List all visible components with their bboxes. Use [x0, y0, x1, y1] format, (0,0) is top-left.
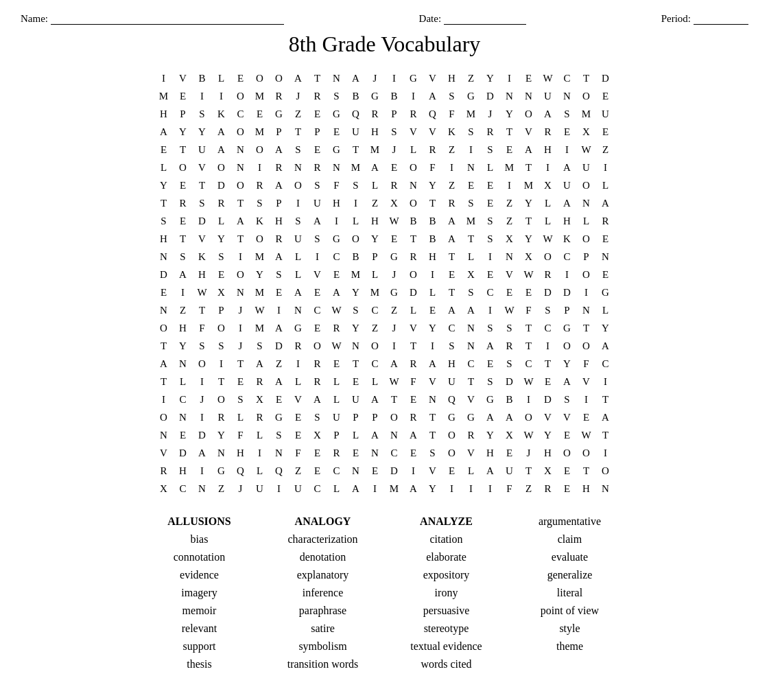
grid-cell: A [327, 283, 346, 301]
grid-cell: S [308, 408, 327, 426]
grid-cell: C [539, 319, 558, 337]
grid-cell: Y [366, 230, 385, 248]
period-underline [694, 12, 748, 25]
grid-cell: O [250, 69, 270, 87]
grid-cell: D [596, 69, 615, 87]
grid-cell: H [577, 480, 596, 498]
grid-cell: L [366, 266, 385, 283]
grid-cell: S [250, 194, 270, 212]
grid-cell: X [500, 230, 519, 248]
grid-cell: M [154, 87, 174, 105]
grid-cell: T [346, 355, 366, 373]
grid-cell: I [500, 69, 519, 87]
grid-cell: U [193, 141, 212, 159]
grid-cell: O [404, 159, 423, 176]
grid-cell: U [346, 123, 366, 141]
grid-cell: D [154, 266, 174, 283]
grid-row: EIWXNMEAEAYMGDLTSCEEDDIG [154, 283, 615, 301]
grid-cell: S [270, 266, 289, 283]
grid-cell: H [442, 355, 462, 373]
grid-cell: X [385, 194, 404, 212]
grid-cell: N [193, 480, 212, 498]
grid-cell: E [539, 373, 558, 390]
grid-cell: G [596, 283, 615, 301]
grid-cell: E [174, 212, 193, 230]
word-list-item: bias [138, 532, 261, 547]
grid-cell: E [577, 408, 596, 426]
grid-cell: L [539, 212, 558, 230]
grid-cell: V [289, 390, 308, 408]
grid-cell: Z [289, 462, 308, 480]
grid-cell: E [558, 123, 577, 141]
date-underline [444, 12, 526, 25]
grid-cell: O [404, 194, 423, 212]
grid-cell: O [577, 176, 596, 194]
grid-cell: O [154, 319, 174, 337]
grid-cell: E [308, 141, 327, 159]
word-list-item: citation [385, 532, 508, 547]
grid-cell: S [481, 230, 500, 248]
word-list-item: theme [508, 639, 632, 654]
grid-cell: X [577, 123, 596, 141]
word-list-item: expository [385, 568, 508, 583]
grid-cell: C [481, 283, 500, 301]
grid-cell: T [519, 159, 539, 176]
grid-cell: S [481, 319, 500, 337]
grid-cell: G [385, 248, 404, 266]
grid-cell: M [519, 176, 539, 194]
grid-cell: X [308, 426, 327, 444]
grid-cell: N [596, 480, 615, 498]
grid-cell: X [519, 248, 539, 266]
grid-cell: R [385, 176, 404, 194]
grid-cell: A [270, 248, 289, 266]
grid-cell: J [519, 444, 539, 462]
grid-cell: L [462, 462, 481, 480]
grid-cell: A [385, 355, 404, 373]
grid-cell: O [212, 390, 231, 408]
grid-cell: H [423, 248, 442, 266]
grid-cell: S [500, 319, 519, 337]
grid-cell: A [231, 212, 250, 230]
word-list-item: ANALYZE [385, 514, 508, 529]
grid-cell: T [519, 462, 539, 480]
grid-cell: S [442, 337, 462, 355]
grid-cell: I [212, 87, 231, 105]
grid-cell: Z [174, 301, 193, 319]
grid-cell: T [174, 141, 193, 159]
grid-cell: O [212, 159, 231, 176]
grid-cell: O [558, 444, 577, 462]
grid-cell: P [385, 105, 404, 123]
grid-cell: T [289, 123, 308, 141]
grid-cell: E [327, 123, 346, 141]
grid-row: TYSSJSDROWNOITISNARTIOOA [154, 337, 615, 355]
grid-cell: U [327, 408, 346, 426]
grid-cell: A [366, 159, 385, 176]
grid-cell: R [500, 337, 519, 355]
grid-cell: M [250, 283, 270, 301]
grid-cell: X [539, 462, 558, 480]
grid-cell: N [366, 444, 385, 462]
grid-cell: E [481, 355, 500, 373]
grid-cell: D [500, 373, 519, 390]
grid-cell: H [558, 212, 577, 230]
grid-cell: X [539, 176, 558, 194]
grid-cell: V [462, 444, 481, 462]
grid-cell: W [519, 266, 539, 283]
grid-cell: O [577, 337, 596, 355]
grid-cell: E [481, 176, 500, 194]
grid-cell: L [346, 426, 366, 444]
name-label: Name: [21, 13, 48, 25]
grid-cell: R [250, 176, 270, 194]
grid-cell: N [154, 301, 174, 319]
word-list-item: paraphrase [261, 603, 385, 618]
grid-cell: V [193, 230, 212, 248]
word-list-item: point of view [508, 603, 632, 618]
grid-cell: I [539, 159, 558, 176]
name-field: Name: [21, 12, 284, 25]
grid-cell: H [539, 444, 558, 462]
grid-cell: L [154, 159, 174, 176]
grid-cell: I [481, 301, 500, 319]
grid-cell: A [154, 355, 174, 373]
grid-cell: E [558, 426, 577, 444]
word-list: ALLUSIONSANALOGYANALYZEargumentativebias… [124, 514, 646, 672]
